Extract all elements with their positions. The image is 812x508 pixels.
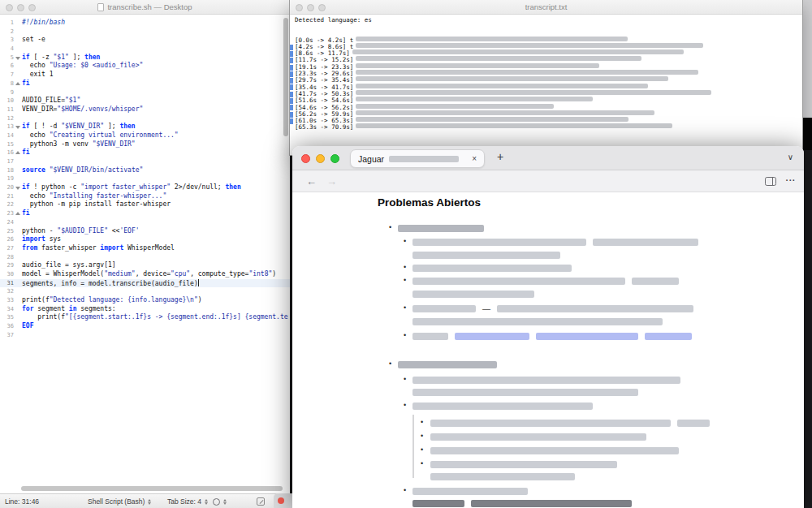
selection-mark bbox=[290, 118, 293, 124]
code-line: 33print(f"Detected language: {info.langu… bbox=[0, 296, 290, 305]
document-icon bbox=[97, 3, 104, 11]
zoom-button[interactable] bbox=[318, 4, 326, 11]
fold-marker-icon bbox=[14, 45, 22, 54]
redacted-link[interactable] bbox=[645, 333, 692, 340]
code-editor-area[interactable]: 1#!/bin/bash23set -e45if [ -z "$1" ]; th… bbox=[0, 15, 290, 479]
fold-marker-icon bbox=[14, 123, 22, 131]
transcript-row: [61.0s -> 65.3s] bbox=[295, 111, 802, 118]
code-text: print(f"[{segment.start:.1f}s -> {segmen… bbox=[22, 313, 288, 322]
close-tab-icon[interactable]: × bbox=[472, 154, 477, 163]
line-number: 30 bbox=[0, 270, 14, 279]
code-line: 35 print(f"[{segment.start:.1f}s -> {seg… bbox=[0, 313, 290, 322]
line-number: 4 bbox=[0, 45, 14, 54]
close-button[interactable] bbox=[6, 4, 13, 11]
code-text: EOF bbox=[22, 322, 33, 331]
redacted-link[interactable] bbox=[536, 333, 638, 340]
code-line: 15 python3 -m venv "$VENV_DIR" bbox=[0, 140, 290, 149]
redacted-text bbox=[412, 305, 476, 312]
back-button[interactable]: ← bbox=[306, 175, 317, 187]
transcript-text-area[interactable]: Detected language: es [0.0s -> 4.2s] t[4… bbox=[290, 15, 802, 155]
redacted-parts bbox=[398, 225, 484, 232]
split-view-icon[interactable] bbox=[765, 177, 776, 186]
popup-chevrons-icon bbox=[205, 499, 208, 505]
line-number: 32 bbox=[0, 287, 14, 296]
transcript-row: [29.7s -> 35.4s] bbox=[295, 71, 802, 77]
code-line: 11VENV_DIR="$HOME/.venvs/whisper" bbox=[0, 105, 290, 114]
line-value: 31:46 bbox=[22, 497, 39, 506]
redacted-parts bbox=[398, 361, 497, 368]
zoom-button[interactable] bbox=[330, 154, 339, 163]
redacted-row: • bbox=[292, 377, 804, 385]
editor-titlebar[interactable]: transcribe.sh — Desktop bbox=[0, 0, 290, 15]
tab-size-popup[interactable]: Tab Size: 4 bbox=[167, 494, 208, 508]
redacted-row: • bbox=[292, 447, 804, 455]
list-bullet: • bbox=[404, 276, 406, 284]
code-line: 9 bbox=[0, 88, 290, 97]
minimize-button[interactable] bbox=[17, 4, 24, 11]
code-line: 22 python -m pip install faster-whisper bbox=[0, 200, 290, 209]
browser-tab-bar[interactable]: Jaguar × + ∨ bbox=[292, 146, 804, 170]
horizontal-scrollbar-thumb[interactable] bbox=[21, 486, 283, 491]
code-line: 13if [ ! -d "$VENV_DIR" ]; then bbox=[0, 123, 290, 131]
edit-icon bbox=[257, 497, 265, 506]
code-text: if ! python -c "import faster_whisper" 2… bbox=[22, 183, 241, 192]
fold-marker-icon bbox=[14, 192, 22, 201]
syntax-style-popup[interactable]: Shell Script (Bash) bbox=[88, 494, 151, 508]
line-number: 21 bbox=[0, 192, 14, 201]
transcript-row: [41.7s -> 50.3s] bbox=[295, 84, 802, 91]
redacted-link[interactable] bbox=[455, 333, 529, 340]
encoding-popup[interactable] bbox=[213, 494, 227, 508]
redacted-row bbox=[292, 389, 804, 397]
redacted-text bbox=[430, 461, 617, 468]
browser-tab[interactable]: Jaguar × bbox=[350, 149, 485, 168]
redacted-text bbox=[471, 500, 632, 507]
line-number: 35 bbox=[0, 313, 14, 322]
background-window-peek bbox=[274, 493, 292, 508]
redacted-text bbox=[497, 305, 693, 312]
code-text: source "$VENV_DIR/bin/activate" bbox=[22, 166, 143, 175]
code-line: 23fi bbox=[0, 209, 290, 218]
new-tab-button[interactable]: + bbox=[497, 150, 503, 163]
line-number: 14 bbox=[0, 131, 14, 140]
zoom-button[interactable] bbox=[28, 4, 36, 11]
edit-mode-button[interactable] bbox=[257, 494, 265, 508]
tab-overview-chevron-icon[interactable]: ∨ bbox=[788, 153, 793, 161]
line-number: 20 bbox=[0, 183, 14, 192]
fold-marker-icon bbox=[14, 166, 22, 175]
fold-marker-icon bbox=[14, 28, 22, 37]
redacted-row: • bbox=[292, 361, 804, 369]
transcript-titlebar[interactable]: transcript.txt bbox=[290, 0, 802, 15]
line-number: 28 bbox=[0, 253, 14, 262]
close-button[interactable] bbox=[296, 4, 303, 11]
fold-marker-icon bbox=[14, 114, 22, 123]
selection-mark bbox=[290, 58, 293, 63]
close-button[interactable] bbox=[301, 154, 310, 163]
more-menu-button[interactable]: ··· bbox=[786, 175, 797, 185]
code-line: 5if [ -z "$1" ]; then bbox=[0, 54, 290, 62]
minimize-button[interactable] bbox=[307, 4, 314, 11]
background-window-close-light[interactable] bbox=[278, 497, 284, 504]
minimize-button[interactable] bbox=[316, 154, 325, 163]
transcript-row: [0.0s -> 4.2s] t bbox=[295, 31, 802, 37]
fold-marker-icon bbox=[14, 287, 22, 296]
redacted-row: • bbox=[292, 239, 804, 247]
code-text: from faster_whisper import WhisperModel bbox=[22, 244, 175, 253]
code-line: 10AUDIO_FILE="$1" bbox=[0, 97, 290, 105]
code-text: echo "Installing faster-whisper..." bbox=[22, 192, 166, 201]
code-line: 34for segment in segments: bbox=[0, 305, 290, 314]
code-text: if [ -z "$1" ]; then bbox=[22, 54, 100, 62]
page-title: Problemas Abiertos bbox=[378, 196, 481, 209]
code-line: 25python - "$AUDIO_FILE" <<'EOF' bbox=[0, 227, 290, 236]
redacted-tab-title bbox=[389, 156, 459, 162]
redacted-row: • bbox=[292, 403, 804, 411]
timestamp: [65.3s -> 70.9s] bbox=[295, 123, 353, 131]
code-line: 21 echo "Installing faster-whisper..." bbox=[0, 192, 290, 201]
code-line: 29audio_file = sys.argv[1] bbox=[0, 261, 290, 270]
redacted-row: • bbox=[292, 433, 804, 441]
fold-marker-icon bbox=[14, 209, 22, 218]
forward-button[interactable]: → bbox=[326, 175, 337, 187]
line-number: 29 bbox=[0, 261, 14, 270]
vertical-scrollbar-thumb[interactable] bbox=[283, 18, 288, 136]
transcript-row: [35.4s -> 41.7s] bbox=[295, 78, 802, 84]
code-line: 28 bbox=[0, 253, 290, 262]
